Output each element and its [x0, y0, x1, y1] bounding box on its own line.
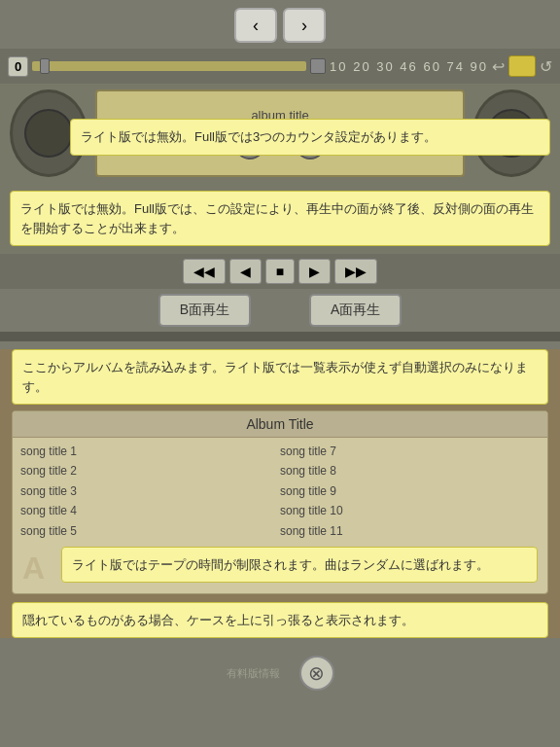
- repeat-icon: ↩: [492, 57, 505, 76]
- album-info-callout: ここからアルバムを読み込みます。ライト版では一覧表示が使えず自動選択のみになりま…: [12, 349, 548, 405]
- list-item: song title 8: [280, 461, 540, 480]
- controls-bar: ◀◀ ◀ ■ ▶ ▶▶: [0, 254, 560, 289]
- counter-thumb: [40, 58, 50, 74]
- list-item: song title 2: [20, 461, 280, 480]
- song-col-left: song title 1 song title 2 song title 3 s…: [20, 442, 280, 541]
- counter-bar: 0 10 20 30 46 60 74 90 ↩ ↺: [0, 49, 560, 84]
- b-side-play-button[interactable]: B面再生: [158, 294, 251, 327]
- forward-fast-button[interactable]: ▶▶: [334, 259, 377, 284]
- callout-counter-settings: ライト版では無効。Full版では3つのカウンタ設定があります。: [70, 119, 550, 156]
- play-buttons-bar: B面再生 A面再生: [0, 289, 560, 332]
- callout2-area: ライト版では無効。Full版では、この設定により、再生中の面が終了後、反対側の面…: [0, 183, 560, 254]
- prev-button[interactable]: ‹: [234, 8, 277, 43]
- a-side-play-button[interactable]: A面再生: [309, 294, 402, 327]
- list-item: song title 11: [280, 521, 540, 541]
- rewind-button[interactable]: ◀: [229, 259, 262, 284]
- rewind-fast-button[interactable]: ◀◀: [183, 259, 226, 284]
- song-col-right: song title 7 song title 8 song title 9 s…: [280, 442, 540, 541]
- song-list: song title 1 song title 2 song title 3 s…: [13, 438, 547, 545]
- callout-auto-reverse: ライト版では無効。Full版では、この設定により、再生中の面が終了後、反対側の面…: [10, 191, 550, 246]
- album-card: Album Title song title 1 song title 2 so…: [12, 410, 548, 594]
- player-section: 0 10 20 30 46 60 74 90 ↩ ↺ album title: [0, 49, 560, 332]
- counter-numbers: 10 20 30 46 60 74 90: [330, 59, 488, 74]
- tape-label-area: A B ライト版ではテープの時間が制限されます。曲はランダムに選ばれます。: [13, 545, 547, 593]
- list-item: song title 9: [280, 481, 540, 501]
- list-item: song title 5: [20, 521, 280, 541]
- next-button[interactable]: ›: [283, 8, 326, 43]
- list-item: song title 7: [280, 442, 540, 461]
- menu-icon[interactable]: [310, 58, 326, 74]
- counter-zero: 0: [8, 56, 28, 77]
- counter-yellow-btn[interactable]: [508, 55, 536, 77]
- callout-bottom: 隠れているものがある場合、ケースを上に引っ張ると表示されます。: [12, 602, 548, 639]
- tape-label-a: A: [22, 551, 45, 587]
- stop-button[interactable]: ■: [265, 259, 295, 284]
- footer-label: 有料版情報: [227, 666, 280, 681]
- speaker-left-inner: [24, 109, 73, 158]
- top-navigation: ‹ ›: [0, 0, 560, 49]
- play-button[interactable]: ▶: [298, 259, 331, 284]
- section-divider: [0, 332, 560, 341]
- list-item: song title 10: [280, 501, 540, 520]
- deck-relative: album title ライト版では無効。Full版では3つのカウンタ設定があり…: [0, 84, 560, 183]
- counter-slider[interactable]: [32, 61, 306, 71]
- list-item: song title 1: [20, 442, 280, 461]
- album-section: ここからアルバムを読み込みます。ライト版では一覧表示が使えず自動選択のみになりま…: [0, 349, 560, 638]
- footer: 有料版情報 ⊗: [0, 646, 560, 696]
- list-item: song title 3: [20, 481, 280, 501]
- close-button[interactable]: ⊗: [299, 656, 334, 691]
- list-item: song title 4: [20, 501, 280, 520]
- callout-tape-time: ライト版ではテープの時間が制限されます。曲はランダムに選ばれます。: [61, 547, 538, 584]
- power-icon: ↺: [540, 57, 552, 76]
- album-card-title: Album Title: [13, 411, 547, 438]
